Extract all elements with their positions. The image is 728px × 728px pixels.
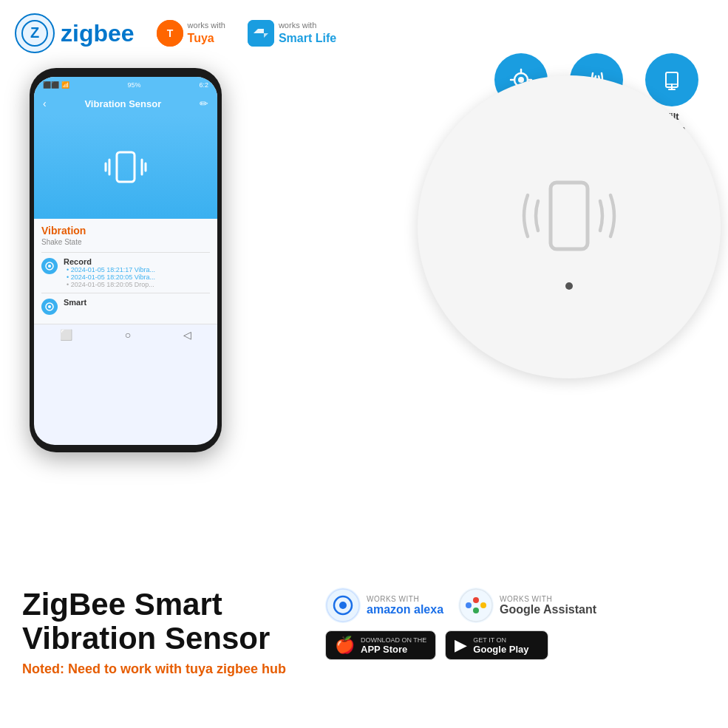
phone-record-icon [41, 258, 58, 274]
tuya-works-with: works with [188, 20, 225, 30]
phone-back-icon: ‹ [43, 98, 47, 109]
svg-point-27 [466, 602, 472, 608]
phone-record-2: • 2024-01-05 18:20:05 Vibra... [67, 273, 210, 281]
alexa-text: WORKS WITH amazon alexa [367, 595, 443, 616]
alexa-name: amazon alexa [367, 603, 443, 616]
bottom-left: ZigBee Smart Vibration Sensor Noted: Nee… [22, 588, 303, 677]
svg-text:T: T [166, 27, 173, 39]
apple-store-sub: Download on the [361, 636, 426, 644]
phone-record-label: Record [64, 257, 210, 266]
zigbee-logo: Z zigbee [15, 13, 135, 53]
top-bar: Z zigbee T works with Tuya works with [0, 0, 728, 61]
tuya-brand-name: Tuya [188, 31, 225, 47]
phone-bottom-bar: ⬜ ○ ◁ [34, 324, 217, 344]
product-title-line1: ZigBee Smart [22, 587, 222, 622]
google-works-with: WORKS WITH [500, 595, 596, 603]
phone-smart-icon [41, 299, 58, 315]
google-item: WORKS WITH Google Assistant [458, 588, 596, 623]
phone-shake-state: Shake State [41, 238, 210, 246]
alexa-works-with: WORKS WITH [367, 595, 443, 603]
phone-record-1: • 2024-01-05 18:21:17 Vibra... [67, 266, 210, 273]
svg-point-25 [339, 602, 347, 609]
phone-smart-label: Smart [64, 298, 210, 307]
phone-nav-title: Vibration Sensor [84, 98, 161, 109]
phone-back-btn-icon: ◁ [183, 329, 191, 341]
left-section: ⬛⬛ 📶 95% 6:2 ‹ Vibration Sensor ✏ [15, 61, 237, 615]
svg-point-30 [473, 608, 479, 613]
product-title: ZigBee Smart Vibration Sensor [22, 588, 303, 656]
alexa-item: WORKS WITH amazon alexa [325, 588, 443, 623]
zigbee-brand-text: zigbee [61, 20, 135, 47]
google-text: WORKS WITH Google Assistant [500, 595, 596, 616]
alexa-icon [325, 588, 361, 623]
bottom-section: ZigBee Smart Vibration Sensor Noted: Nee… [0, 580, 728, 728]
product-title-line2: Vibration Sensor [22, 621, 270, 656]
sensor-inner [510, 164, 628, 290]
phone-smart-item: Smart [41, 298, 210, 315]
phone-mockup: ⬛⬛ 📶 95% 6:2 ‹ Vibration Sensor ✏ [30, 68, 222, 452]
phone-edit-icon: ✏ [200, 98, 208, 109]
svg-point-26 [460, 589, 492, 622]
phone-record-3: • 2024-01-05 18:20:05 Drop... [67, 281, 210, 288]
sensor-circle [418, 75, 721, 378]
app-stores: 🍎 Download on the APP Store ▶ Get it on … [325, 630, 706, 660]
google-play-sub: Get it on [473, 636, 528, 644]
right-section: Real-timeMonitor VibrationAlarm [237, 61, 713, 615]
svg-point-13 [48, 305, 51, 308]
sensor-vibration-svg [510, 164, 628, 268]
smartlife-badge: works with Smart Life [248, 20, 336, 47]
svg-rect-5 [117, 152, 135, 182]
phone-record-item: Record • 2024-01-05 18:21:17 Vibra... • … [41, 257, 210, 288]
svg-rect-22 [551, 183, 588, 249]
phone-nav-bar: ‹ Vibration Sensor ✏ [34, 93, 217, 115]
google-play-name: Google Play [473, 644, 528, 655]
sensor-dot [565, 282, 573, 290]
sensor-container [418, 75, 728, 393]
svg-point-29 [480, 602, 486, 608]
apple-store-btn[interactable]: 🍎 Download on the APP Store [325, 630, 436, 660]
phone-home-icon: ⬜ [60, 329, 72, 341]
apple-icon: 🍎 [335, 636, 355, 655]
phone-hero [34, 115, 217, 219]
main-content: ⬛⬛ 📶 95% 6:2 ‹ Vibration Sensor ✏ [0, 61, 728, 615]
voice-assistants: WORKS WITH amazon alexa WORKS [325, 588, 706, 623]
svg-text:Z: Z [30, 24, 39, 41]
svg-point-11 [48, 265, 51, 268]
phone-divider-2 [41, 293, 210, 293]
phone-time: ⬛⬛ 📶 [43, 81, 69, 89]
phone-battery: 95% [127, 81, 140, 89]
tuya-text-block: works with Tuya [188, 20, 225, 46]
phone-status-bar: ⬛⬛ 📶 95% 6:2 [34, 77, 217, 93]
tuya-badge: T works with Tuya [157, 20, 225, 47]
product-note: Noted: Need to work with tuya zigbee hub [22, 661, 303, 677]
phone-vibration-title: Vibration [41, 225, 210, 237]
phone-record-content: Record • 2024-01-05 18:21:17 Vibra... • … [64, 257, 210, 288]
tuya-icon: T [157, 20, 183, 47]
smartlife-brand-name: Smart Life [279, 31, 336, 47]
apple-store-name: APP Store [361, 644, 426, 655]
google-play-btn[interactable]: ▶ Get it on Google Play [445, 630, 548, 660]
smartlife-icon [248, 20, 274, 47]
phone-divider-1 [41, 252, 210, 253]
play-store-icon: ▶ [455, 636, 467, 655]
phone-signal: 6:2 [199, 81, 208, 89]
phone-smart-content: Smart [64, 298, 210, 307]
smartlife-text-block: works with Smart Life [279, 20, 336, 46]
phone-circle-icon: ○ [125, 329, 131, 341]
phone-screen: ⬛⬛ 📶 95% 6:2 ‹ Vibration Sensor ✏ [34, 77, 217, 445]
google-play-text: Get it on Google Play [473, 636, 528, 655]
zigbee-z-icon: Z [15, 13, 55, 53]
svg-point-28 [473, 597, 479, 603]
phone-body: Vibration Shake State Record • 2024-01-0… [34, 219, 217, 324]
smartlife-works-with: works with [279, 20, 336, 30]
bottom-right: WORKS WITH amazon alexa WORKS [303, 588, 706, 660]
apple-store-text: Download on the APP Store [361, 636, 426, 655]
google-assistant-icon [458, 588, 494, 623]
google-assistant-name: Google Assistant [500, 603, 596, 616]
